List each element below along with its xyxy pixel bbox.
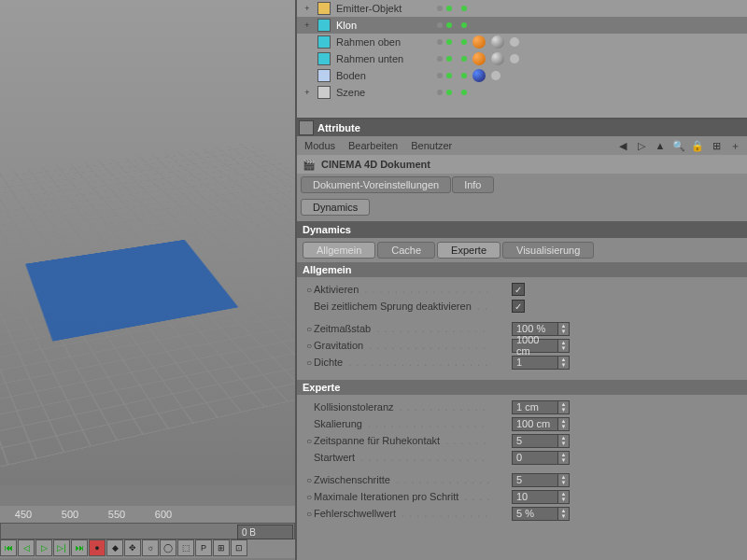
tag-blue-icon[interactable] (472, 69, 486, 82)
search-icon[interactable]: 🔍 (672, 139, 685, 152)
spinner[interactable]: ▲▼ (558, 400, 570, 414)
document-label: 🎬 CINEMA 4D Dokument (297, 155, 747, 174)
tab-visualisierung[interactable]: Visualisierung (502, 242, 594, 259)
value-field[interactable]: 1 (512, 356, 558, 370)
property-row: ○Fehlerschwellwert5 %▲▼ (304, 505, 747, 522)
key-button[interactable]: ◆ (106, 539, 123, 556)
tag-sm-icon[interactable] (491, 71, 500, 80)
particle-icon (317, 2, 331, 15)
anim-dot[interactable]: ○ (304, 509, 314, 519)
transport-bar: ⏮ ◁ ▷ ▷| ⏭ ● ◆ ✥ ☼ ◯ ⬚ P ⊞ ⊡ (0, 539, 295, 558)
property-label: Zwischenschritte (314, 474, 491, 485)
spinner[interactable]: ▲▼ (558, 490, 570, 504)
value-field[interactable]: 5 % (512, 507, 558, 521)
go-start-button[interactable]: ⏮ (0, 539, 17, 556)
tab-row-1: Dokument-VoreinstellungenInfo (301, 176, 743, 193)
anim-dot[interactable]: ○ (304, 436, 314, 446)
value-field[interactable]: 10 (512, 490, 558, 504)
value-field[interactable]: 5 (512, 473, 558, 487)
autokey-button[interactable]: ✥ (124, 539, 141, 556)
object-row[interactable]: + Emitter-Objekt (297, 0, 747, 17)
group-experte: Experte (297, 380, 747, 395)
value-field[interactable]: 1000 cm (512, 339, 558, 353)
viewport-3d[interactable] (0, 0, 295, 485)
play-button[interactable]: ▷ (35, 539, 52, 556)
add-icon[interactable]: ＋ (728, 139, 741, 152)
property-label: Bei zeitlichem Sprung deaktivieren (314, 301, 491, 312)
tool5-button[interactable]: ⊞ (213, 539, 230, 556)
anim-dot[interactable]: ○ (304, 341, 314, 351)
record-button[interactable]: ● (89, 539, 106, 556)
spinner[interactable]: ▲▼ (558, 473, 570, 487)
checkbox[interactable] (512, 300, 525, 313)
expand-icon[interactable]: + (303, 21, 312, 30)
spinner[interactable]: ▲▼ (558, 434, 570, 448)
property-label: Zeitmaßstab (314, 323, 491, 334)
object-row[interactable]: Rahmen unten (297, 50, 747, 67)
step-back-button[interactable]: ◁ (18, 539, 35, 556)
tool6-button[interactable]: ⊡ (231, 539, 247, 556)
property-label: Kollisionstoleranz (314, 401, 491, 413)
spinner[interactable]: ▲▼ (558, 507, 570, 521)
anim-dot[interactable]: ○ (304, 285, 314, 295)
object-name: Klon (336, 20, 431, 31)
tag-orange-icon[interactable] (472, 35, 486, 49)
property-row: ○Aktivieren (304, 281, 747, 298)
menu-bearbeiten[interactable]: Bearbeiten (348, 140, 398, 151)
spinner[interactable]: ▲▼ (558, 417, 570, 431)
props-experte: Kollisionstoleranz1 cm▲▼Skalierung100 cm… (297, 395, 747, 525)
tab-info[interactable]: Info (452, 176, 493, 193)
expand-icon[interactable]: + (303, 88, 312, 97)
object-row[interactable]: Rahmen oben (297, 34, 747, 50)
tag-grey-icon[interactable] (491, 52, 504, 65)
spinner[interactable]: ▲▼ (558, 339, 570, 353)
menu-benutzer[interactable]: Benutzer (411, 140, 452, 151)
attribute-header: Attribute (297, 119, 747, 136)
lock-icon[interactable]: 🔒 (691, 139, 704, 152)
object-row[interactable]: + Klon (297, 17, 747, 34)
nav-fwd-icon[interactable]: ▷ (635, 139, 648, 152)
value-field[interactable]: 0 (512, 451, 558, 465)
expand-icon[interactable]: + (303, 4, 312, 13)
tool3-button[interactable]: ⬚ (177, 539, 194, 556)
value-field[interactable]: 100 cm (512, 417, 558, 431)
tab-experte[interactable]: Experte (437, 242, 500, 259)
object-row[interactable]: Boden (297, 67, 747, 84)
timeline-ruler[interactable]: 450 500 550 600 (0, 506, 295, 523)
object-row[interactable]: + Szene (297, 84, 747, 101)
go-end-button[interactable]: ⏭ (71, 539, 88, 556)
tag-orange-icon[interactable] (472, 52, 486, 65)
tool2-button[interactable]: ◯ (160, 539, 176, 556)
menu-modus[interactable]: Modus (304, 140, 335, 151)
tool4-button[interactable]: P (195, 539, 212, 556)
tab-dynamics[interactable]: Dynamics (301, 199, 370, 216)
tab-cache[interactable]: Cache (377, 242, 435, 259)
tag-grey-icon[interactable] (491, 35, 504, 49)
new-icon[interactable]: ⊞ (710, 139, 723, 152)
spinner[interactable]: ▲▼ (558, 356, 570, 370)
tag-sm-icon[interactable] (510, 54, 519, 63)
viewport-panel: ✥ ↓ ⟳ ⛶ 450 500 550 600 0 B ⏮ ◁ ▷ ▷| ⏭ ●… (0, 0, 297, 560)
value-field[interactable]: 5 (512, 434, 558, 448)
spinner[interactable]: ▲▼ (558, 451, 570, 465)
anim-dot[interactable]: ○ (304, 492, 314, 502)
spinner[interactable]: ▲▼ (558, 322, 570, 336)
nav-back-icon[interactable]: ◀ (616, 139, 629, 152)
anim-dot[interactable]: ○ (304, 475, 314, 485)
tab-allgemein[interactable]: Allgemein (303, 242, 375, 259)
property-label: Gravitation (314, 340, 491, 351)
checkbox[interactable] (512, 283, 525, 296)
tool-button[interactable]: ☼ (142, 539, 159, 556)
up-icon[interactable]: ▲ (654, 139, 667, 152)
floor-icon (317, 69, 331, 82)
cube-icon (317, 19, 331, 32)
anim-dot[interactable]: ○ (304, 357, 314, 368)
anim-dot[interactable]: ○ (304, 324, 314, 334)
step-fwd-button[interactable]: ▷| (53, 539, 70, 556)
object-manager[interactable]: + Emitter-Objekt + Klon Rahmen oben Rahm… (297, 0, 747, 119)
value-field[interactable]: 1 cm (512, 400, 558, 414)
tag-sm-icon[interactable] (510, 37, 519, 47)
timeline-frame-field[interactable]: 0 B (237, 525, 293, 539)
group-allgemein: Allgemein (297, 262, 747, 277)
tab-dokument-voreinstellungen[interactable]: Dokument-Voreinstellungen (301, 176, 451, 193)
